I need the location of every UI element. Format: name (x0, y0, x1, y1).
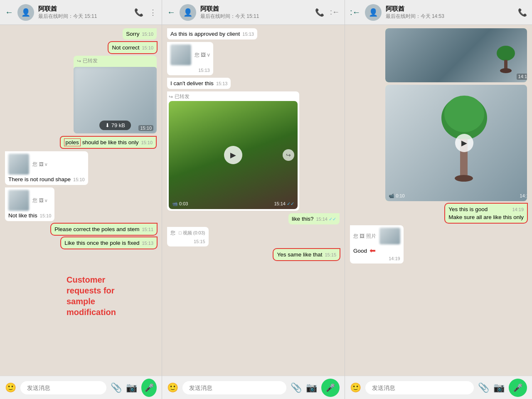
right-message-input[interactable] (365, 381, 474, 394)
forward-icon: ↪ (169, 94, 173, 100)
video-bubble[interactable]: ▶ 📹 0:03 15:14 ✓✓ ↪ (169, 101, 298, 209)
list-item: Yes this is good 14:19 Make sure all are… (445, 204, 527, 223)
list-item: Yes same like that 15:15 (273, 249, 340, 260)
middle-panel: ← 👤 阿联酋 最后在线时间：今天 15:11 📞 :← As this is … (162, 0, 345, 399)
right-panel: :← 👤 阿联酋 最后在线时间：今天 14:53 📞 14:16 ✓✓ (345, 0, 532, 399)
table-row: 14:16 ✓✓ (350, 28, 527, 82)
table-row: As this is approved by client 15:13 (167, 28, 340, 39)
left-contact-status: 最后在线时间：今天 15:11 (38, 13, 130, 20)
list-item: As this is approved by client 15:13 (167, 28, 257, 39)
msg-highlighted-word: poles (64, 138, 81, 146)
left-message-input[interactable] (20, 381, 106, 394)
msg-text: like this? (292, 216, 314, 222)
forward-label: 已转发 (175, 93, 190, 100)
msg-time: 15:15 (194, 239, 205, 244)
image-bubble[interactable]: ⬇ 79 kB 15:10 (74, 67, 157, 133)
table-row: 您 🖼 v Not like this 15:10 (5, 187, 157, 221)
camera-icon[interactable]: 📷 (126, 382, 137, 393)
file-size: 79 kB (111, 122, 125, 128)
msg-text: As this is approved by client (170, 31, 240, 37)
right-chat-bg: 14:16 ✓✓ ▶ 📹 0:10 14:16 (345, 25, 532, 376)
msg-time: 15:13 (242, 32, 254, 37)
table-row: poles should be like this only 15:10 (5, 136, 157, 149)
sender-label: 您 🖼 v (32, 161, 47, 168)
msg-text: Yes this is good (448, 206, 488, 212)
left-menu-icon[interactable]: ⋮ (149, 8, 157, 17)
table-row: Sorry 15:10 (5, 28, 157, 39)
msg-time: 15:10 (142, 45, 153, 50)
emoji-icon[interactable]: 🙂 (350, 382, 361, 393)
msg-line2: Make sure all are like this only (448, 214, 524, 220)
left-panel: ← 👤 阿联酋 最后在线时间：今天 15:11 📞 ⋮ Sorry 15:10 … (0, 0, 162, 399)
table-row: 您 🖼 v There is not round shape 15:10 (5, 151, 157, 185)
mic-button[interactable]: 🎤 (321, 379, 340, 397)
msg-time: 15:10 (138, 125, 153, 131)
right-input-bar: 🙂 📎 📷 🎤 (345, 376, 532, 399)
svg-point-0 (497, 46, 515, 61)
msg-text: Please correct the poles and stem (54, 226, 139, 232)
middle-avatar: 👤 (180, 4, 196, 21)
left-contact-name: 阿联酋 (38, 5, 130, 13)
sender-avatar (170, 44, 191, 65)
list-item: 您 □ 视频 (0:03) 15:15 (167, 227, 209, 246)
table-row: 您 □ 视频 (0:03) 15:15 (167, 227, 340, 246)
msg-text: Not correct (112, 44, 139, 51)
camera-icon[interactable]: 📷 (306, 382, 317, 393)
forward-icon: ↪ (77, 58, 81, 64)
middle-chat-bg: As this is approved by client 15:13 您 🖼 … (162, 25, 345, 376)
msg-time: 15:13 (142, 241, 153, 246)
msg-time: 15:10 (141, 140, 153, 145)
annotation-red: Customerrequests forsamplemodification (66, 274, 116, 318)
left-back-button[interactable]: ← (5, 7, 13, 17)
right-call-icon[interactable]: 📞 (518, 8, 527, 17)
emoji-icon[interactable]: 🙂 (5, 382, 16, 393)
right-back-button[interactable]: :← (350, 7, 361, 17)
right-contact-name: 阿联酋 (386, 5, 514, 13)
right-header-info: 阿联酋 最后在线时间：今天 14:53 (386, 5, 514, 20)
camera-icon[interactable]: 📷 (493, 382, 505, 393)
list-item: 您 🖼 v Not like this 15:10 (5, 187, 54, 221)
msg-text: should be like this only (82, 139, 139, 145)
attach-icon[interactable]: 📎 (291, 382, 302, 393)
list-item: Like this once the pole is fixed 15:13 (61, 237, 157, 249)
msg-text: Like this once the pole is fixed (64, 240, 139, 246)
middle-message-input[interactable] (182, 381, 286, 394)
middle-call-icon[interactable]: 📞 (315, 8, 324, 17)
svg-point-7 (455, 175, 473, 182)
msg-time: 15:10 (40, 213, 52, 218)
table-row: ↪ 已转发 ⬇ 79 kB 15:10 (5, 56, 157, 133)
sender-label: 您 (170, 229, 175, 236)
list-item: 您 🖼 v There is not round shape 15:10 (5, 151, 88, 185)
play-button[interactable]: ▶ (455, 134, 473, 152)
middle-header-info: 阿联酋 最后在线时间：今天 15:11 (200, 5, 311, 20)
svg-point-4 (444, 96, 484, 132)
list-item: 14:16 ✓✓ (385, 28, 527, 82)
left-avatar: 👤 (17, 4, 34, 21)
video-bubble[interactable]: ▶ 📹 0:10 14:16 ✓✓ (385, 85, 527, 201)
download-badge[interactable]: ⬇ 79 kB (99, 121, 131, 130)
table-row: 您 🖼 照片 Good ⬅ 14:19 (350, 225, 527, 264)
middle-menu-icon[interactable]: :← (330, 8, 340, 17)
msg-time: 14:16 ✓✓ (517, 74, 527, 80)
middle-back-button[interactable]: ← (167, 7, 175, 17)
sender-label: 您 🖼 照片 (353, 233, 376, 240)
mic-button[interactable]: 🎤 (141, 379, 157, 397)
mic-button[interactable]: 🎤 (509, 379, 527, 397)
attach-icon[interactable]: 📎 (111, 382, 122, 393)
forward-label: 已转发 (83, 57, 98, 64)
msg-text: Yes same like that (277, 251, 322, 258)
play-button[interactable]: ▶ (224, 146, 242, 164)
msg-text: There is not round shape (8, 176, 71, 182)
image-bubble[interactable]: 14:16 ✓✓ (385, 28, 527, 82)
sender-avatar (8, 190, 29, 211)
attach-icon[interactable]: 📎 (478, 382, 489, 393)
msg-time: 15:13 (216, 81, 228, 86)
table-row: Please correct the poles and stem 15:11 (5, 224, 157, 235)
expand-button[interactable]: ↪ (283, 149, 294, 161)
emoji-icon[interactable]: 🙂 (167, 382, 178, 393)
msg-time: 15:14 ✓✓ (316, 217, 336, 222)
msg-time: 14:16 ✓✓ (520, 193, 527, 199)
left-call-icon[interactable]: 📞 (134, 8, 143, 17)
list-item: like this? 15:14 ✓✓ (288, 213, 340, 224)
msg-text: I can't deliver this (170, 80, 214, 86)
